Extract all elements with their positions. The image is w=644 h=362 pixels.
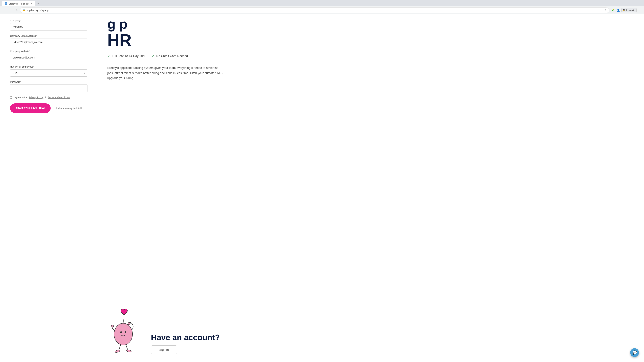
tab-close-button[interactable]: ✕ — [30, 2, 33, 5]
page-content: Company* Company Email Address* Company … — [0, 14, 644, 361]
company-input[interactable] — [10, 23, 87, 30]
password-field-group: Password* — [10, 81, 87, 92]
email-field-group: Company Email Address* — [10, 34, 87, 46]
features-row: ✓ Full Feature 14-Day Trial ✓ No Credit … — [107, 54, 634, 58]
chat-icon: 💬 — [632, 351, 637, 355]
svg-point-5 — [111, 325, 114, 327]
headline-line2: HR — [107, 31, 634, 49]
lock-icon: 🔒 — [23, 9, 25, 11]
svg-point-3 — [124, 331, 126, 333]
agree-checkbox[interactable] — [10, 96, 12, 98]
address-bar-row: ← → ↻ 🔒 app.breezy.hr/signup ☆ 🧩 👤 🕵️ In… — [0, 6, 644, 14]
svg-point-1 — [114, 323, 132, 345]
active-tab[interactable]: B Breezy HR : Sign-up ✕ — [2, 1, 36, 6]
tab-favicon: B — [5, 2, 8, 5]
url-text: app.breezy.hr/signup — [27, 9, 603, 11]
password-input[interactable] — [10, 85, 87, 92]
email-input[interactable] — [10, 38, 87, 46]
reload-button[interactable]: ↻ — [14, 8, 19, 12]
privacy-policy-link[interactable]: Privacy Policy — [29, 96, 44, 99]
menu-button[interactable]: ⋮ — [637, 8, 642, 12]
signup-form-panel: Company* Company Email Address* Company … — [0, 14, 97, 361]
start-trial-button[interactable]: Start Your Free Trial — [10, 103, 51, 113]
svg-point-4 — [128, 323, 130, 325]
svg-point-7 — [126, 349, 132, 353]
incognito-icon: 🕵️ — [623, 9, 626, 11]
feature-1-text: Full Feature 14-Day Trial — [112, 54, 145, 58]
character-illustration — [107, 307, 141, 354]
description-text: Breezy's applicant tracking system gives… — [107, 65, 225, 81]
check-icon-2: ✓ — [152, 54, 155, 58]
bookmark-icon: ☆ — [604, 8, 607, 12]
feature-2-text: No Credit Card Needed — [156, 54, 188, 58]
employees-field-group: Number of Employees* 1-25 26-50 51-200 2… — [10, 65, 87, 77]
svg-point-6 — [115, 350, 120, 353]
have-account-section: Have an account? Sign In — [151, 333, 220, 354]
incognito-badge: 🕵️ Incognito — [621, 8, 636, 12]
website-label: Company Website* — [10, 50, 87, 53]
company-field-group: Company* — [10, 19, 87, 30]
check-icon-1: ✓ — [107, 54, 110, 58]
required-note: * Indicates a required field — [55, 107, 82, 110]
terms-link[interactable]: Terms and conditions — [48, 96, 70, 99]
tab-title: Breezy HR : Sign-up — [9, 2, 29, 5]
forward-button[interactable]: → — [8, 8, 13, 12]
employees-select[interactable]: 1-25 26-50 51-200 201-500 500+ — [10, 69, 87, 77]
info-panel: g p HR ✓ Full Feature 14-Day Trial ✓ No … — [97, 14, 644, 361]
feature-2: ✓ No Credit Card Needed — [152, 54, 188, 58]
svg-line-0 — [123, 315, 124, 323]
svg-point-2 — [120, 331, 122, 333]
website-input[interactable] — [10, 54, 87, 61]
and-text: & — [45, 96, 46, 99]
company-label: Company* — [10, 19, 87, 22]
chat-bubble-button[interactable]: 💬 — [630, 348, 639, 357]
password-label: Password* — [10, 81, 87, 83]
website-field-group: Company Website* — [10, 50, 87, 61]
cta-row: Start Your Free Trial * Indicates a requ… — [10, 103, 87, 113]
browser-actions: 🧩 👤 🕵️ Incognito ⋮ — [611, 8, 642, 12]
tab-bar: B Breezy HR : Sign-up ✕ + — [0, 0, 644, 6]
headline-line1: g p — [107, 17, 634, 31]
new-tab-button[interactable]: + — [36, 1, 41, 6]
headline-partial: g p HR — [107, 17, 634, 49]
agree-text: I agree to the — [14, 96, 28, 99]
extensions-button[interactable]: 🧩 — [611, 8, 615, 12]
browser-chrome: B Breezy HR : Sign-up ✕ + ← → ↻ 🔒 app.br… — [0, 0, 644, 14]
employees-label: Number of Employees* — [10, 65, 87, 68]
agreement-row: I agree to the Privacy Policy & Terms an… — [10, 96, 87, 99]
feature-1: ✓ Full Feature 14-Day Trial — [107, 54, 145, 58]
incognito-label: Incognito — [626, 9, 635, 11]
address-bar[interactable]: 🔒 app.breezy.hr/signup ☆ — [20, 7, 609, 13]
have-account-title: Have an account? — [151, 333, 220, 342]
profile-button[interactable]: 👤 — [616, 8, 621, 12]
sign-in-button[interactable]: Sign In — [151, 346, 177, 354]
employees-select-wrapper: 1-25 26-50 51-200 201-500 500+ ▾ — [10, 69, 87, 77]
email-label: Company Email Address* — [10, 34, 87, 37]
back-button[interactable]: ← — [2, 8, 7, 12]
bottom-right-section: Have an account? Sign In — [107, 307, 634, 354]
